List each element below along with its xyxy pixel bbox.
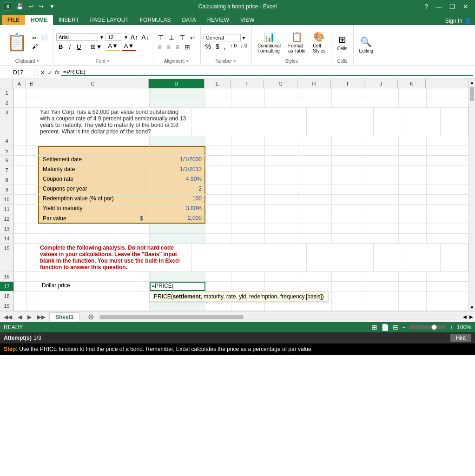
cell-a16[interactable] [14, 272, 27, 281]
tab-view[interactable]: VIEW [235, 15, 260, 25]
cell-i1[interactable] [332, 88, 365, 98]
cell-c4[interactable] [38, 136, 150, 145]
cell-d11[interactable]: 3.80% [150, 205, 205, 214]
cell-k12[interactable] [399, 214, 427, 224]
format-painter-button[interactable]: 🖌 [30, 43, 50, 50]
sheet-nav-last[interactable]: ▶▶ [35, 313, 47, 321]
cell-k7[interactable] [399, 165, 427, 175]
cell-g7[interactable] [265, 165, 298, 175]
cell-c16[interactable] [38, 272, 150, 281]
cell-j6[interactable] [365, 156, 399, 165]
cell-e17[interactable] [205, 282, 231, 291]
h-scroll-thumb[interactable] [100, 315, 244, 319]
cell-b15[interactable] [27, 244, 38, 271]
cell-d6[interactable]: 1/1/2000 [150, 156, 205, 165]
cell-a17[interactable] [14, 282, 27, 291]
cell-b16[interactable] [27, 272, 38, 281]
cell-a3[interactable] [14, 108, 27, 136]
currency-button[interactable]: $ [214, 42, 221, 51]
cell-c2[interactable] [38, 98, 150, 107]
cell-h19[interactable] [298, 301, 332, 311]
cell-d9[interactable]: 2 [150, 185, 205, 194]
cell-h17[interactable] [298, 282, 332, 291]
cell-j5[interactable] [365, 146, 399, 155]
cell-e9[interactable] [205, 185, 231, 194]
col-header-a[interactable]: A [13, 79, 26, 88]
merge-btn[interactable]: ⊞ [183, 43, 192, 51]
cell-c1[interactable] [38, 88, 150, 98]
copy-button[interactable]: 📄 [40, 34, 50, 42]
cell-j8[interactable] [365, 175, 399, 185]
cell-g5[interactable] [265, 146, 298, 155]
cell-d12[interactable]: 2,000 [150, 214, 205, 224]
col-header-e[interactable]: E [205, 79, 231, 88]
cell-a6[interactable] [14, 156, 27, 165]
col-header-b[interactable]: B [26, 79, 37, 88]
row-num-10[interactable]: 10 [0, 195, 14, 204]
cell-b8[interactable] [27, 175, 38, 185]
row-num-14[interactable]: 14 [0, 234, 14, 243]
cell-g10[interactable] [265, 195, 298, 204]
minimize-btn[interactable]: — [433, 2, 445, 11]
cell-j16[interactable] [365, 272, 399, 281]
cell-h5[interactable] [298, 146, 332, 155]
increase-decimal-btn[interactable]: ↑.0 [229, 42, 238, 51]
bold-button[interactable]: B [56, 43, 65, 51]
cell-g11[interactable] [265, 205, 298, 214]
row-num-1[interactable]: 1 [0, 88, 14, 98]
col-header-f[interactable]: F [231, 79, 264, 88]
cell-d5[interactable] [150, 146, 205, 155]
cut-button[interactable]: ✂ [30, 34, 39, 42]
font-size-input[interactable] [106, 33, 122, 41]
font-size-arrow[interactable]: ▼ [124, 35, 128, 40]
add-sheet-btn[interactable]: ⊕ [88, 312, 94, 321]
row-num-12[interactable]: 12 [0, 214, 14, 224]
cell-j7[interactable] [365, 165, 399, 175]
cell-b2[interactable] [27, 98, 38, 107]
cell-f2[interactable] [231, 98, 265, 107]
decrease-decimal-btn[interactable]: ↓.0 [239, 42, 249, 51]
h-scroll-right[interactable]: ▶ [469, 314, 473, 319]
cell-h14[interactable] [298, 234, 332, 243]
row-num-2[interactable]: 2 [0, 98, 14, 107]
cell-k11[interactable] [399, 205, 427, 214]
col-header-g[interactable]: G [264, 79, 297, 88]
cell-b11[interactable] [27, 205, 38, 214]
cell-i12[interactable] [332, 214, 365, 224]
percent-button[interactable]: % [204, 42, 213, 51]
cell-a11[interactable] [14, 205, 27, 214]
cell-a9[interactable] [14, 185, 27, 194]
cell-b6[interactable] [27, 156, 38, 165]
cell-g19[interactable] [265, 301, 298, 311]
cell-j12[interactable] [365, 214, 399, 224]
cell-b1[interactable] [27, 88, 38, 98]
font-name-input[interactable] [56, 33, 98, 41]
cell-c17[interactable]: Dollar price [38, 282, 150, 291]
scroll-up-arrow[interactable]: ▲ [469, 79, 475, 86]
cell-j15[interactable] [407, 244, 441, 271]
col-header-j[interactable]: J [364, 79, 398, 88]
cell-j2[interactable] [365, 98, 399, 107]
page-break-view-btn[interactable]: ⊟ [393, 324, 398, 331]
cell-h10[interactable] [298, 195, 332, 204]
scroll-down-arrow[interactable]: ▼ [469, 304, 475, 311]
cell-i5[interactable] [332, 146, 365, 155]
cell-h9[interactable] [298, 185, 332, 194]
cell-f9[interactable] [231, 185, 265, 194]
number-format-input[interactable] [204, 34, 241, 41]
cell-k1[interactable] [399, 88, 427, 98]
cell-d17[interactable]: =PRICE( [150, 282, 205, 291]
sheet-tab-sheet1[interactable]: Sheet1 [49, 312, 79, 321]
cell-styles-button[interactable]: 🎨 CellStyles [310, 30, 328, 54]
col-header-h[interactable]: H [297, 79, 331, 88]
sheet-nav-first[interactable]: ◀◀ [2, 313, 14, 321]
cell-i8[interactable] [332, 175, 365, 185]
vertical-scrollbar[interactable]: ▲ ▼ [468, 79, 475, 311]
row-num-7[interactable]: 7 [0, 165, 14, 175]
cell-i11[interactable] [332, 205, 365, 214]
row-num-8[interactable]: 8 [0, 175, 14, 185]
cell-b19[interactable] [27, 301, 38, 311]
cell-k9[interactable] [399, 185, 427, 194]
cell-d16[interactable] [150, 272, 205, 281]
align-middle-btn[interactable]: ⊥ [167, 33, 176, 42]
